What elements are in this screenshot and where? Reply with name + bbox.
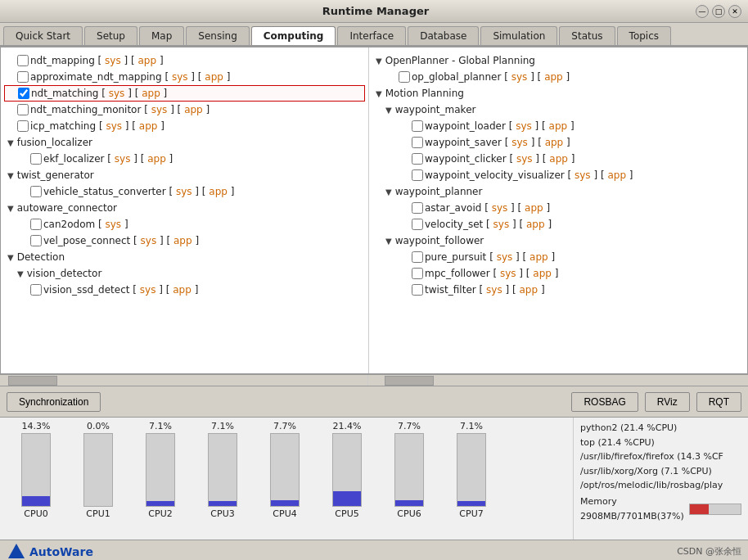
vision-ssd-detect-app-link[interactable]: app xyxy=(173,284,192,296)
cpu-bar-fill-3 xyxy=(209,501,237,506)
waypoint-velocity-visualizer-app-link[interactable]: app xyxy=(607,169,626,181)
icp-matching-app-link[interactable]: app xyxy=(139,120,158,132)
tab-simulation[interactable]: Simulation xyxy=(480,26,557,45)
waypoint-velocity-visualizer-sys-link[interactable]: sys xyxy=(575,169,591,181)
ekf-localizer-checkbox[interactable] xyxy=(30,153,42,165)
ndt-matching-checkbox[interactable] xyxy=(18,88,29,99)
maximize-button[interactable]: □ xyxy=(712,5,725,18)
astar-avoid-app-link[interactable]: app xyxy=(525,202,543,214)
hscroll-thumb-right[interactable] xyxy=(385,376,434,386)
cpu-percent-0: 14.3% xyxy=(22,421,51,431)
right-hscroll[interactable] xyxy=(368,375,748,386)
hscroll-thumb-left[interactable] xyxy=(8,376,57,386)
title-bar: Runtime Manager — □ ✕ xyxy=(0,0,748,23)
rqt-button[interactable]: RQT xyxy=(696,392,741,412)
twist-filter-checkbox[interactable] xyxy=(412,284,423,296)
velocity-set-app-link[interactable]: app xyxy=(526,219,545,230)
synchronization-button[interactable]: Synchronization xyxy=(7,392,101,412)
twist-filter-sys-link[interactable]: sys xyxy=(486,284,502,296)
vel-pose-connect-sys-link[interactable]: sys xyxy=(141,235,157,246)
rviz-button[interactable]: RViz xyxy=(645,392,690,412)
branding-bar: AutoWare CSDN @张余恒 xyxy=(0,540,748,560)
approx-ndt-mapping-checkbox[interactable] xyxy=(17,71,29,83)
tab-computing[interactable]: Computing xyxy=(251,26,336,45)
autoware-logo-icon xyxy=(7,542,26,561)
minimize-button[interactable]: — xyxy=(696,5,709,18)
twist-filter-app-link[interactable]: app xyxy=(519,284,538,296)
list-item-ndt-matching: ndt_matching [ sys ] [ app ] xyxy=(4,85,365,102)
waypoint-loader-app-link[interactable]: app xyxy=(549,120,568,132)
tab-status[interactable]: Status xyxy=(559,26,615,45)
tab-database[interactable]: Database xyxy=(408,26,479,45)
section-fusion-localizer[interactable]: ▼ fusion_localizer xyxy=(4,134,365,151)
ekf-localizer-sys-link[interactable]: sys xyxy=(115,153,131,165)
ndt-matching-app-link[interactable]: app xyxy=(142,88,160,99)
vel-pose-connect-checkbox[interactable] xyxy=(30,235,42,246)
waypoint-velocity-visualizer-checkbox[interactable] xyxy=(412,169,423,181)
op-global-planner-checkbox[interactable] xyxy=(399,71,410,83)
approx-ndt-mapping-app-link[interactable]: app xyxy=(205,71,223,83)
velocity-set-sys-link[interactable]: sys xyxy=(493,219,510,230)
ndt-matching-monitor-checkbox[interactable] xyxy=(17,104,29,115)
can2odom-sys-link[interactable]: sys xyxy=(106,219,122,230)
ndt-matching-monitor-sys-link[interactable]: sys xyxy=(151,104,168,115)
section-vision-detector[interactable]: ▼ vision_detector xyxy=(4,265,365,282)
approx-ndt-mapping-sys-link[interactable]: sys xyxy=(172,71,188,83)
vehicle-status-converter-sys-link[interactable]: sys xyxy=(176,186,192,197)
vision-ssd-detect-checkbox[interactable] xyxy=(30,284,42,296)
section-openplanner[interactable]: ▼ OpenPlanner - Global Planning xyxy=(372,52,744,69)
icp-matching-checkbox[interactable] xyxy=(17,120,29,132)
window-controls[interactable]: — □ ✕ xyxy=(696,5,741,18)
tab-topics[interactable]: Topics xyxy=(617,26,671,45)
section-detection[interactable]: ▼ Detection xyxy=(4,249,365,265)
waypoint-saver-checkbox[interactable] xyxy=(412,137,423,148)
velocity-set-checkbox[interactable] xyxy=(412,219,423,230)
can2odom-checkbox[interactable] xyxy=(30,219,42,230)
waypoint-clicker-sys-link[interactable]: sys xyxy=(516,153,533,165)
vision-ssd-detect-sys-link[interactable]: sys xyxy=(140,284,156,296)
ndt-mapping-sys-link[interactable]: sys xyxy=(105,55,121,66)
waypoint-saver-sys-link[interactable]: sys xyxy=(511,137,528,148)
vehicle-status-converter-checkbox[interactable] xyxy=(30,186,42,197)
vel-pose-connect-app-link[interactable]: app xyxy=(173,235,192,246)
ekf-localizer-app-link[interactable]: app xyxy=(147,153,166,165)
close-button[interactable]: ✕ xyxy=(728,5,741,18)
tab-quick-start[interactable]: Quick Start xyxy=(3,26,83,45)
vehicle-status-converter-app-link[interactable]: app xyxy=(209,186,228,197)
pure-pursuit-checkbox[interactable] xyxy=(412,251,423,263)
op-global-planner-sys-link[interactable]: sys xyxy=(511,71,528,83)
op-global-planner-app-link[interactable]: app xyxy=(544,71,563,83)
section-waypoint-planner[interactable]: ▼ waypoint_planner xyxy=(372,183,744,200)
tab-map[interactable]: Map xyxy=(139,26,184,45)
left-hscroll[interactable] xyxy=(0,375,368,386)
bottom-action-bar: Synchronization ROSBAG RViz RQT xyxy=(0,386,748,417)
ndt-matching-sys-link[interactable]: sys xyxy=(109,88,125,99)
section-waypoint-follower[interactable]: ▼ waypoint_follower xyxy=(372,233,744,249)
section-autoware-connector[interactable]: ▼ autoware_connector xyxy=(4,200,365,216)
waypoint-saver-app-link[interactable]: app xyxy=(545,137,564,148)
rosbag-button[interactable]: ROSBAG xyxy=(571,392,638,412)
pure-pursuit-sys-link[interactable]: sys xyxy=(497,251,513,263)
horizontal-scrollbar[interactable] xyxy=(0,374,748,386)
astar-avoid-checkbox[interactable] xyxy=(412,202,423,214)
tab-setup[interactable]: Setup xyxy=(84,26,137,45)
tab-interface[interactable]: Interface xyxy=(337,26,406,45)
waypoint-loader-sys-link[interactable]: sys xyxy=(516,120,532,132)
waypoint-loader-checkbox[interactable] xyxy=(412,120,423,132)
waypoint-clicker-app-link[interactable]: app xyxy=(549,153,568,165)
section-twist-generator[interactable]: ▼ twist_generator xyxy=(4,167,365,183)
mpc-follower-checkbox[interactable] xyxy=(412,268,423,279)
section-waypoint-maker[interactable]: ▼ waypoint_maker xyxy=(372,102,744,118)
mpc-follower-sys-link[interactable]: sys xyxy=(500,268,516,279)
mpc-follower-app-link[interactable]: app xyxy=(533,268,552,279)
waypoint-clicker-checkbox[interactable] xyxy=(412,153,423,165)
icp-matching-sys-link[interactable]: sys xyxy=(106,120,122,132)
pure-pursuit-app-link[interactable]: app xyxy=(529,251,548,263)
ndt-mapping-checkbox[interactable] xyxy=(17,55,29,66)
list-item: velocity_set [ sys ] [ app ] xyxy=(372,216,744,233)
section-motion-planning[interactable]: ▼ Motion Planning xyxy=(372,85,744,102)
tab-sensing[interactable]: Sensing xyxy=(186,26,249,45)
ndt-mapping-app-link[interactable]: app xyxy=(138,55,157,66)
ndt-matching-monitor-app-link[interactable]: app xyxy=(184,104,203,115)
astar-avoid-sys-link[interactable]: sys xyxy=(492,202,508,214)
